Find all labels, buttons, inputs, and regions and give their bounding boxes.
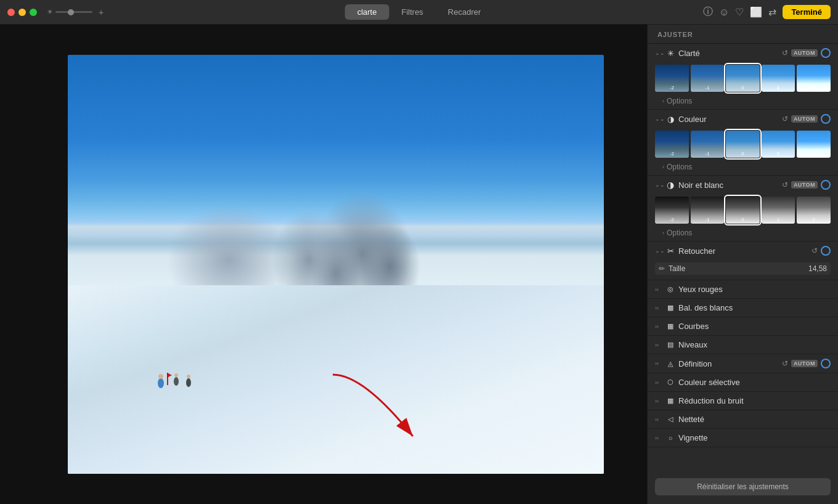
clarte-undo[interactable]: ↺ xyxy=(782,49,788,57)
clarte-options[interactable]: › Options xyxy=(648,96,838,109)
reset-btn-container: Réinitialiser les ajustements xyxy=(648,472,838,504)
adj-header-vignette[interactable]: › ○ Vignette xyxy=(648,429,838,447)
couleur-toggle[interactable] xyxy=(821,114,831,124)
minimize-button[interactable] xyxy=(18,9,26,16)
section-definition: › ◬ Définition ↺ AUTOM xyxy=(648,354,838,373)
retoucher-toggle[interactable] xyxy=(821,246,831,256)
thumb-item-selected[interactable]: 0 xyxy=(726,131,760,158)
thumb-item[interactable]: 2 xyxy=(797,65,831,92)
adj-header-retoucher[interactable]: ⌄ ✂ Retoucher ↺ xyxy=(648,242,838,260)
couleur-undo[interactable]: ↺ xyxy=(782,115,788,123)
definition-toggle[interactable] xyxy=(821,359,831,368)
adj-header-bal-des-blancs[interactable]: › ▩ Bal. des blancs xyxy=(648,299,838,317)
bal-des-blancs-label: Bal. des blancs xyxy=(678,303,831,312)
section-clarte: ⌄ ✳ Clarté ↺ AUTOM -2 -1 0 1 2 xyxy=(648,44,838,110)
retoucher-undo[interactable]: ↺ xyxy=(812,246,818,255)
thumb-item-selected[interactable]: 0 xyxy=(726,197,760,224)
thumb-item[interactable]: -2 xyxy=(655,131,689,158)
adj-header-clarte[interactable]: ⌄ ✳ Clarté ↺ AUTOM xyxy=(648,44,838,62)
brightness-slider[interactable]: ☀ + xyxy=(47,7,104,17)
thumb-item[interactable]: -2 xyxy=(655,65,689,92)
couleur-options[interactable]: › Options xyxy=(648,161,838,175)
thumb-item[interactable]: 1 xyxy=(762,65,795,92)
chevron-retoucher: ⌄ xyxy=(655,248,662,254)
noir-et-blanc-icon: ◑ xyxy=(665,180,676,190)
tab-ajuster[interactable]: clarte xyxy=(345,4,389,20)
thumb-label: -1 xyxy=(705,151,709,156)
adj-header-yeux-rouges[interactable]: › ◎ Yeux rouges xyxy=(648,280,838,298)
reduction-du-bruit-icon: ▦ xyxy=(665,397,676,405)
photo-container xyxy=(37,37,635,492)
thumb-label: -2 xyxy=(670,151,674,156)
adj-header-couleur[interactable]: ⌄ ◑ Couleur ↺ AUTOM xyxy=(648,110,838,128)
maximize-button[interactable] xyxy=(30,9,37,16)
adj-header-niveaux[interactable]: › ▤ Niveaux xyxy=(648,336,838,354)
titlebar-tabs: clarte Filtres Recadrer xyxy=(345,4,494,20)
definition-auto-badge[interactable]: AUTOM xyxy=(791,360,818,367)
photo-area xyxy=(0,25,647,504)
section-couleur: ⌄ ◑ Couleur ↺ AUTOM -2 -1 0 1 2 xyxy=(648,110,838,176)
noir-et-blanc-undo[interactable]: ↺ xyxy=(782,181,788,189)
titlebar: ☀ + clarte Filtres Recadrer ⓘ ☺ ♡ ⬜ ⇄ Te… xyxy=(0,0,838,25)
svg-point-3 xyxy=(174,373,178,377)
share-icon[interactable]: ⬜ xyxy=(750,6,762,18)
yeux-rouges-icon: ◎ xyxy=(665,285,676,293)
vignette-label: Vignette xyxy=(678,433,831,442)
noir-et-blanc-toggle[interactable] xyxy=(821,180,831,190)
clarte-toggle[interactable] xyxy=(821,48,831,58)
chevron-courbes: › xyxy=(655,323,662,330)
adj-header-courbes[interactable]: › ▦ Courbes xyxy=(648,317,838,335)
couleur-icon: ◑ xyxy=(665,115,676,124)
section-noir-et-blanc: ⌄ ◑ Noir et blanc ↺ AUTOM -2 -1 0 1 2 xyxy=(648,176,838,242)
ski-photo xyxy=(68,55,604,474)
info-icon[interactable]: ⓘ xyxy=(703,6,713,18)
panel-scroll[interactable]: ⌄ ✳ Clarté ↺ AUTOM -2 -1 0 1 2 xyxy=(648,44,838,472)
courbes-label: Courbes xyxy=(678,322,831,331)
heart-icon[interactable]: ♡ xyxy=(735,6,744,18)
couleur-label: Couleur xyxy=(678,115,779,124)
thumb-item[interactable]: 1 xyxy=(762,131,795,158)
noir-et-blanc-auto-badge[interactable]: AUTOM xyxy=(791,181,818,189)
couleur-auto-badge[interactable]: AUTOM xyxy=(791,115,818,123)
main-content: AJUSTER ⌄ ✳ Clarté ↺ AUTOM -2 -1 xyxy=(0,25,838,504)
section-retoucher: ⌄ ✂ Retoucher ↺ ✏ Taille 14,58 xyxy=(648,242,838,280)
slider-thumb xyxy=(68,9,74,15)
thumb-item[interactable]: 1 xyxy=(762,197,795,224)
niveaux-icon: ▤ xyxy=(665,341,676,349)
compare-icon[interactable]: ⇄ xyxy=(768,6,776,18)
thumb-item[interactable]: 2 xyxy=(797,131,831,158)
adj-header-couleur-selective[interactable]: › ⬡ Couleur sélective xyxy=(648,373,838,391)
tab-recadrer[interactable]: Recadrer xyxy=(436,4,493,20)
adj-header-definition[interactable]: › ◬ Définition ↺ AUTOM xyxy=(648,354,838,373)
thumb-item[interactable]: -1 xyxy=(691,65,725,92)
thumb-label: -2 xyxy=(670,85,674,91)
close-button[interactable] xyxy=(7,9,15,16)
clarte-label: Clarté xyxy=(678,49,779,58)
noir-et-blanc-options[interactable]: › Options xyxy=(648,227,838,241)
reset-button[interactable]: Réinitialiser les ajustements xyxy=(655,478,831,495)
adj-header-noir-et-blanc[interactable]: ⌄ ◑ Noir et blanc ↺ AUTOM xyxy=(648,176,838,194)
thumb-item-selected[interactable]: 0 xyxy=(726,65,760,92)
thumb-item[interactable]: -2 xyxy=(655,197,689,224)
svg-point-4 xyxy=(186,378,191,387)
smiley-icon[interactable]: ☺ xyxy=(719,7,729,18)
definition-undo[interactable]: ↺ xyxy=(782,359,788,368)
tab-filtres[interactable]: Filtres xyxy=(389,4,435,20)
thumb-item[interactable]: -1 xyxy=(691,197,725,224)
thumb-item[interactable]: -1 xyxy=(691,131,725,158)
sun-icon: ☀ xyxy=(47,8,53,16)
clarte-auto-badge[interactable]: AUTOM xyxy=(791,49,818,57)
adj-header-nettete[interactable]: › ◁ Netteté xyxy=(648,410,838,428)
ski-photo-bg xyxy=(68,55,604,474)
adj-header-reduction-du-bruit[interactable]: › ▦ Réduction du bruit xyxy=(648,392,838,410)
niveaux-label: Niveaux xyxy=(678,340,831,349)
chevron-niveaux: › xyxy=(655,342,662,348)
retoucher-tool: ✏ Taille 14,58 xyxy=(648,260,838,280)
termine-button[interactable]: Terminé xyxy=(783,5,831,19)
plus-icon: + xyxy=(99,7,104,17)
thumb-item[interactable]: 2 xyxy=(797,197,831,224)
definition-controls: ↺ AUTOM xyxy=(782,359,831,368)
svg-point-1 xyxy=(158,374,163,379)
right-panel: AJUSTER ⌄ ✳ Clarté ↺ AUTOM -2 -1 xyxy=(647,25,838,504)
thumb-label: 1 xyxy=(777,217,779,222)
